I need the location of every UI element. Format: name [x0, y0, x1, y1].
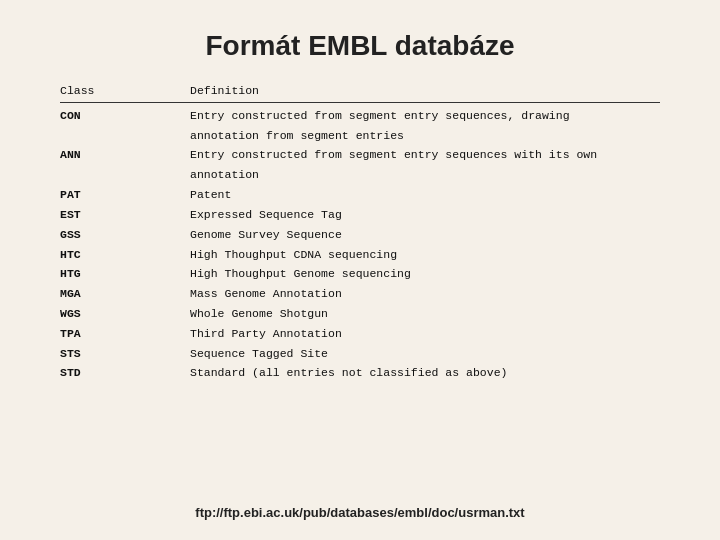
table-row: GSS Genome Survey Sequence: [60, 226, 660, 244]
def-gss: Genome Survey Sequence: [190, 226, 660, 244]
class-htc: HTC: [60, 246, 190, 264]
class-est: EST: [60, 206, 190, 224]
def-con-1: Entry constructed from segment entry seq…: [190, 107, 660, 125]
def-htc: High Thoughput CDNA sequencing: [190, 246, 660, 264]
footer-link: ftp://ftp.ebi.ac.uk/pub/databases/embl/d…: [195, 505, 524, 520]
def-est: Expressed Sequence Tag: [190, 206, 660, 224]
table-row: EST Expressed Sequence Tag: [60, 206, 660, 224]
table-separator: [60, 102, 660, 103]
header-definition: Definition: [190, 82, 660, 100]
def-con-2: annotation from segment entries: [190, 127, 660, 145]
content-box: Class Definition CON Entry constructed f…: [60, 82, 660, 487]
def-ann-1: Entry constructed from segment entry seq…: [190, 146, 660, 164]
table-row: ANN Entry constructed from segment entry…: [60, 146, 660, 164]
class-ann: ANN: [60, 146, 190, 164]
header-class: Class: [60, 82, 190, 100]
class-con: CON: [60, 107, 190, 125]
class-mga: MGA: [60, 285, 190, 303]
def-mga: Mass Genome Annotation: [190, 285, 660, 303]
def-continuation-ann: annotation: [60, 166, 660, 184]
def-ann-2: annotation: [190, 166, 660, 184]
class-htg: HTG: [60, 265, 190, 283]
table-row: HTC High Thoughput CDNA sequencing: [60, 246, 660, 264]
table-row: WGS Whole Genome Shotgun: [60, 305, 660, 323]
embl-table: Class Definition CON Entry constructed f…: [60, 82, 660, 382]
table-row: CON Entry constructed from segment entry…: [60, 107, 660, 125]
def-tpa: Third Party Annotation: [190, 325, 660, 343]
def-continuation-con: annotation from segment entries: [60, 127, 660, 145]
class-tpa: TPA: [60, 325, 190, 343]
page-title: Formát EMBL databáze: [205, 30, 514, 62]
slide: Formát EMBL databáze Class Definition CO…: [0, 0, 720, 540]
def-wgs: Whole Genome Shotgun: [190, 305, 660, 323]
def-sts: Sequence Tagged Site: [190, 345, 660, 363]
table-row: STD Standard (all entries not classified…: [60, 364, 660, 382]
class-std: STD: [60, 364, 190, 382]
table-row: STS Sequence Tagged Site: [60, 345, 660, 363]
def-std: Standard (all entries not classified as …: [190, 364, 660, 382]
table-row: PAT Patent: [60, 186, 660, 204]
table-header: Class Definition: [60, 82, 660, 100]
def-htg: High Thoughput Genome sequencing: [190, 265, 660, 283]
def-pat: Patent: [190, 186, 660, 204]
class-pat: PAT: [60, 186, 190, 204]
class-gss: GSS: [60, 226, 190, 244]
table-row: MGA Mass Genome Annotation: [60, 285, 660, 303]
class-wgs: WGS: [60, 305, 190, 323]
class-sts: STS: [60, 345, 190, 363]
table-row: HTG High Thoughput Genome sequencing: [60, 265, 660, 283]
table-row: TPA Third Party Annotation: [60, 325, 660, 343]
